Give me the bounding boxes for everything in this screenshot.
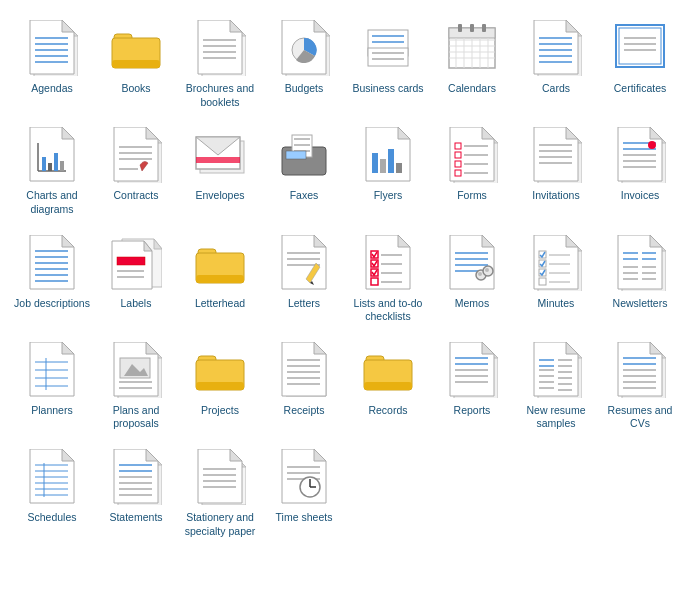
svg-rect-97 xyxy=(455,152,461,158)
svg-rect-174 xyxy=(539,278,546,285)
svg-marker-48 xyxy=(566,20,578,32)
svg-marker-256 xyxy=(62,449,74,461)
label-receipts: Receipts xyxy=(284,404,325,418)
item-resumes[interactable]: Resumes and CVs xyxy=(598,332,682,439)
item-budgets[interactable]: Budgets xyxy=(262,10,346,117)
item-job-desc[interactable]: Job descriptions xyxy=(10,225,94,332)
label-budgets: Budgets xyxy=(285,82,324,96)
item-stationery[interactable]: Stationery and specialty paper xyxy=(178,439,262,546)
item-cards[interactable]: Cards xyxy=(514,10,598,117)
label-job-desc: Job descriptions xyxy=(14,297,90,311)
item-books[interactable]: Books xyxy=(94,10,178,117)
item-certificates[interactable]: Certificates xyxy=(598,10,682,117)
svg-rect-26 xyxy=(368,48,408,66)
icon-reports xyxy=(442,340,502,400)
svg-marker-70 xyxy=(146,127,158,139)
svg-rect-33 xyxy=(458,24,462,32)
svg-marker-15 xyxy=(230,20,242,32)
item-charts[interactable]: Charts and diagrams xyxy=(10,117,94,224)
svg-marker-114 xyxy=(650,127,662,139)
label-labels: Labels xyxy=(121,297,152,311)
label-memos: Memos xyxy=(455,297,489,311)
svg-rect-63 xyxy=(42,157,46,171)
svg-rect-34 xyxy=(470,24,474,32)
label-forms: Forms xyxy=(457,189,487,203)
svg-marker-94 xyxy=(482,127,494,139)
item-faxes[interactable]: Faxes xyxy=(262,117,346,224)
item-records[interactable]: Records xyxy=(346,332,430,439)
item-flyers[interactable]: Flyers xyxy=(346,117,430,224)
item-projects[interactable]: Projects xyxy=(178,332,262,439)
svg-marker-86 xyxy=(398,127,410,139)
label-statements: Statements xyxy=(109,511,162,525)
label-plans: Plans and proposals xyxy=(98,404,174,431)
item-envelopes[interactable]: Envelopes xyxy=(178,117,262,224)
label-lists: Lists and to-do checklists xyxy=(350,297,426,324)
item-calendars[interactable]: Calendars xyxy=(430,10,514,117)
label-agendas: Agendas xyxy=(31,82,72,96)
svg-rect-99 xyxy=(455,161,461,167)
icon-invitations xyxy=(526,125,586,185)
svg-marker-179 xyxy=(650,235,662,247)
svg-marker-122 xyxy=(62,235,74,247)
label-newsletters: Newsletters xyxy=(613,297,668,311)
svg-rect-101 xyxy=(455,170,461,176)
icon-agendas xyxy=(22,18,82,78)
svg-marker-60 xyxy=(62,127,74,139)
item-new-resume[interactable]: New resume samples xyxy=(514,332,598,439)
icon-resumes xyxy=(610,340,670,400)
label-minutes: Minutes xyxy=(538,297,575,311)
item-business-cards[interactable]: Business cards xyxy=(346,10,430,117)
item-lists[interactable]: Lists and to-do checklists xyxy=(346,225,430,332)
item-brochures[interactable]: Brochures and booklets xyxy=(178,10,262,117)
icon-new-resume xyxy=(526,340,586,400)
item-statements[interactable]: Statements xyxy=(94,439,178,546)
label-resumes: Resumes and CVs xyxy=(602,404,678,431)
svg-rect-88 xyxy=(380,159,386,173)
label-records: Records xyxy=(368,404,407,418)
svg-rect-133 xyxy=(117,257,145,265)
svg-marker-211 xyxy=(314,342,326,354)
svg-marker-140 xyxy=(314,235,326,247)
item-time-sheets[interactable]: Time sheets xyxy=(262,439,346,546)
item-forms[interactable]: Forms xyxy=(430,117,514,224)
icon-letterhead xyxy=(190,233,250,293)
icon-certificates xyxy=(610,18,670,78)
item-reports[interactable]: Reports xyxy=(430,332,514,439)
label-envelopes: Envelopes xyxy=(195,189,244,203)
svg-marker-223 xyxy=(482,342,494,354)
item-agendas[interactable]: Agendas xyxy=(10,10,94,117)
item-newsletters[interactable]: Newsletters xyxy=(598,225,682,332)
item-memos[interactable]: Memos xyxy=(430,225,514,332)
svg-rect-84 xyxy=(286,151,306,159)
item-planners[interactable]: Planners xyxy=(10,332,94,439)
icon-books xyxy=(106,18,166,78)
item-receipts[interactable]: Receipts xyxy=(262,332,346,439)
svg-rect-35 xyxy=(482,24,486,32)
label-invoices: Invoices xyxy=(621,189,660,203)
item-invoices[interactable]: Invoices xyxy=(598,117,682,224)
icon-stationery xyxy=(190,447,250,507)
item-invitations[interactable]: Invitations xyxy=(514,117,598,224)
icon-statements xyxy=(106,447,166,507)
svg-marker-106 xyxy=(566,127,578,139)
icon-charts xyxy=(22,125,82,185)
icon-receipts xyxy=(274,340,334,400)
icon-contracts xyxy=(106,125,166,185)
svg-marker-23 xyxy=(314,20,326,32)
label-charts: Charts and diagrams xyxy=(14,189,90,216)
item-plans[interactable]: Plans and proposals xyxy=(94,332,178,439)
item-minutes[interactable]: Minutes xyxy=(514,225,598,332)
item-letters[interactable]: Letters xyxy=(262,225,346,332)
item-letterhead[interactable]: Letterhead xyxy=(178,225,262,332)
label-projects: Projects xyxy=(201,404,239,418)
icon-calendars xyxy=(442,18,502,78)
icon-faxes xyxy=(274,125,334,185)
svg-marker-130 xyxy=(154,239,162,249)
svg-rect-64 xyxy=(48,163,52,171)
svg-marker-248 xyxy=(650,342,662,354)
item-labels[interactable]: Labels xyxy=(94,225,178,332)
item-schedules[interactable]: Schedules xyxy=(10,439,94,546)
svg-rect-95 xyxy=(455,143,461,149)
item-contracts[interactable]: Contracts xyxy=(94,117,178,224)
